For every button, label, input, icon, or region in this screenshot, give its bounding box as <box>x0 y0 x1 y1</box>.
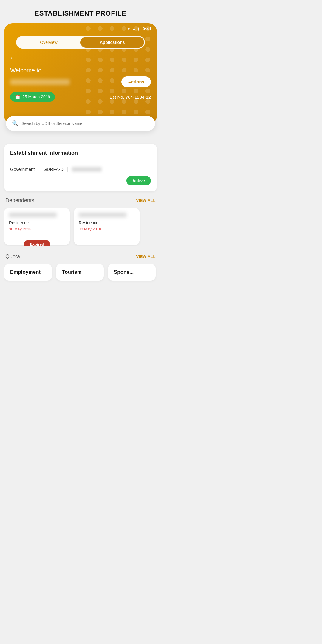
date-label: 25 March 2019 <box>22 95 50 99</box>
signal-icon: ▲ <box>132 27 136 31</box>
info-divider <box>10 161 151 161</box>
dependent-name-blur-1 <box>9 213 57 217</box>
welcome-row: Actions <box>10 76 151 87</box>
info-tag-government: Government <box>10 167 35 172</box>
nav-row: ← <box>4 53 157 65</box>
dependent-date-2: 30 May 2018 <box>79 227 135 231</box>
dependents-section-header: Dependents VIEW ALL <box>4 197 157 204</box>
search-container: 🔍 <box>6 116 155 131</box>
wifi-icon: ▼ <box>127 27 131 31</box>
status-time: 9:41 <box>143 26 151 31</box>
tab-switcher: Overview Applications <box>16 36 145 49</box>
quota-card-spons[interactable]: Spons... <box>108 264 156 281</box>
establishment-name <box>10 79 70 85</box>
dependent-type-2: Residence <box>79 220 135 225</box>
quota-section-title: Quota <box>5 253 20 260</box>
quota-section: Quota VIEW ALL Employment Tourism Spons.… <box>4 253 157 283</box>
tab-overview[interactable]: Overview <box>17 37 80 48</box>
dependent-date-1: 30 May 2018 <box>9 227 65 231</box>
info-row: 📅 25 March 2019 Est No. 784-1234-12 <box>10 92 151 102</box>
dependent-name-blur-2 <box>79 213 126 217</box>
actions-button[interactable]: Actions <box>121 76 151 87</box>
content-area: Establishment Information Government | G… <box>0 138 161 289</box>
sep1: | <box>38 166 40 172</box>
quota-cards-scroll: Employment Tourism Spons... <box>4 264 157 283</box>
calendar-icon: 📅 <box>15 95 20 99</box>
info-tag-blurred <box>72 167 102 172</box>
welcome-text: Welcome to <box>10 67 151 74</box>
dependent-card-1: Residence 30 May 2018 Expired <box>4 208 70 245</box>
expired-badge: Expired <box>24 240 50 246</box>
quota-card-employment[interactable]: Employment <box>4 264 52 281</box>
quota-tourism-label: Tourism <box>62 269 82 275</box>
info-card-footer: Active <box>10 176 151 185</box>
quota-employment-label: Employment <box>10 269 41 275</box>
search-icon: 🔍 <box>12 120 18 127</box>
dependent-card-2: Residence 30 May 2018 <box>74 208 140 245</box>
establishment-info-title: Establishment Information <box>10 150 151 156</box>
quota-view-all[interactable]: VIEW ALL <box>136 254 156 259</box>
establishment-info-card: Establishment Information Government | G… <box>4 144 157 191</box>
dependents-section-title: Dependents <box>5 197 34 204</box>
quota-card-tourism[interactable]: Tourism <box>56 264 104 281</box>
quota-spons-label: Spons... <box>114 269 134 275</box>
status-icons: ▼ ▲ ▮ <box>127 27 140 31</box>
dependent-type-1: Residence <box>9 220 65 225</box>
tab-applications[interactable]: Applications <box>80 37 144 48</box>
header-card: ▼ ▲ ▮ 9:41 Overview Applications ← Welco… <box>4 23 157 124</box>
sep2: | <box>67 166 69 172</box>
est-no: Est No. 784-1234-12 <box>110 95 151 100</box>
active-badge: Active <box>126 176 151 185</box>
back-button[interactable]: ← <box>9 53 16 62</box>
info-tags: Government | GDRFA-D | <box>10 166 151 172</box>
dependents-scroll: Residence 30 May 2018 Expired Residence … <box>4 208 157 246</box>
quota-section-header: Quota VIEW ALL <box>4 253 157 260</box>
date-badge: 📅 25 March 2019 <box>10 92 55 102</box>
status-bar: ▼ ▲ ▮ 9:41 <box>4 23 157 33</box>
dependents-view-all[interactable]: VIEW ALL <box>136 198 156 203</box>
info-tag-gdrfa: GDRFA-D <box>43 167 64 172</box>
welcome-section: Welcome to Actions 📅 25 March 2019 Est N… <box>4 65 157 106</box>
search-input[interactable] <box>21 121 149 126</box>
page-title: ESTABLISHMENT PROFILE <box>0 0 161 23</box>
battery-icon: ▮ <box>137 27 140 31</box>
